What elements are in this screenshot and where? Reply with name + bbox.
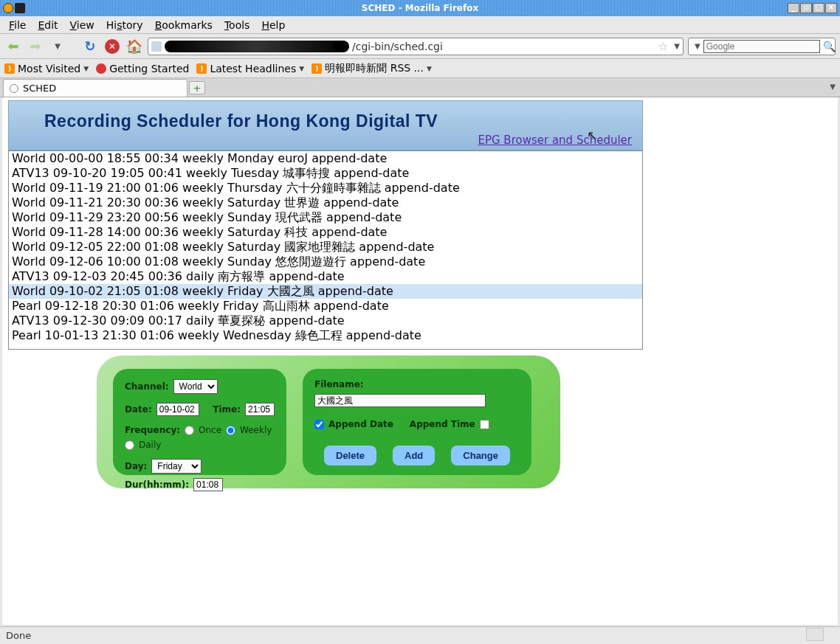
chevron-down-icon: ▼ — [83, 65, 89, 72]
app-icon — [15, 3, 25, 13]
schedule-row[interactable]: Pearl 09-12-18 20:30 01:06 weekly Friday… — [9, 299, 642, 314]
menu-bookmarks[interactable]: Bookmarks — [151, 18, 217, 32]
bookmark-label: 明報即時新聞 RSS ... — [325, 62, 424, 75]
bookmark-item-0[interactable]: )Most Visited▼ — [4, 63, 89, 75]
epg-browser-link[interactable]: EPG Browser and Scheduler — [478, 134, 632, 147]
day-select[interactable]: Friday — [151, 459, 202, 474]
page-banner: Recording Scheduler for Hong Kong Digita… — [8, 100, 643, 150]
duration-input[interactable] — [193, 478, 223, 491]
page-content: Recording Scheduler for Hong Kong Digita… — [2, 97, 838, 625]
chevron-down-icon: ▼ — [299, 65, 304, 72]
append-time-checkbox[interactable] — [480, 420, 489, 429]
minimize-button[interactable]: _ — [788, 3, 799, 13]
rss-icon: ) — [311, 63, 322, 74]
menu-bar: File Edit View History Bookmarks Tools H… — [0, 16, 840, 34]
rss-icon: ) — [4, 63, 15, 74]
form-left-panel: Channel: World Date: Time: Frequency: On… — [113, 369, 286, 475]
filename-label: Filename: — [314, 379, 364, 389]
change-button[interactable]: Change — [451, 446, 510, 465]
navigation-toolbar: ⬅ ➡ ▼ ↻ ✕ 🏠 /cgi-bin/sched.cgi ☆ ▼ ▼ 🔍 — [0, 34, 840, 59]
append-date-label: Append Date — [328, 419, 393, 429]
schedule-row[interactable]: ATV13 09-10-20 19:05 00:41 weekly Tuesda… — [9, 166, 642, 181]
schedule-row[interactable]: World 09-11-21 20:30 00:36 weekly Saturd… — [9, 195, 642, 210]
menu-history[interactable]: History — [102, 18, 148, 32]
bookmark-label: Most Visited — [18, 63, 80, 75]
add-button[interactable]: Add — [393, 446, 435, 465]
tab-label: SCHED — [23, 83, 56, 94]
maximize-button[interactable]: □ — [813, 3, 824, 13]
close-button[interactable]: × — [825, 3, 837, 13]
bookmarks-toolbar: )Most Visited▼Getting Started)Latest Hea… — [0, 59, 840, 78]
search-icon[interactable]: 🔍 — [823, 41, 836, 52]
url-text: /cgi-bin/sched.cgi — [352, 41, 443, 52]
filename-input[interactable] — [314, 394, 486, 407]
schedule-row[interactable]: ATV13 09-12-30 09:09 00:17 daily 華夏探秘 ap… — [9, 314, 642, 328]
forward-button[interactable]: ➡ — [27, 38, 44, 55]
channel-select[interactable]: World — [173, 379, 218, 394]
new-tab-button[interactable]: + — [189, 81, 205, 94]
day-label: Day: — [125, 461, 147, 471]
tab-list-dropdown[interactable]: ▼ — [830, 83, 836, 91]
url-bar[interactable]: /cgi-bin/sched.cgi ☆ ▼ — [148, 38, 684, 55]
back-button[interactable]: ⬅ — [4, 38, 22, 55]
site-favicon — [151, 41, 162, 52]
schedule-row[interactable]: Pearl 10-01-13 21:30 01:06 weekly Wednes… — [9, 328, 642, 343]
tab-favicon — [10, 84, 18, 93]
time-input[interactable] — [245, 403, 275, 416]
freq-daily-label: Daily — [139, 440, 161, 450]
schedule-row[interactable]: ATV13 09-12-03 20:45 00:36 daily 南方報導 ap… — [9, 269, 642, 284]
freq-once-label: Once — [199, 425, 221, 435]
schedule-list[interactable]: World 00-00-00 18:55 00:34 weekly Monday… — [8, 150, 643, 350]
schedule-row[interactable]: World 09-11-19 21:00 01:06 weekly Thursd… — [9, 181, 642, 195]
date-label: Date: — [125, 404, 152, 415]
firefox-icon — [3, 3, 13, 13]
bookmark-item-1[interactable]: Getting Started — [96, 63, 189, 75]
search-box[interactable]: ▼ 🔍 — [688, 38, 836, 55]
form-right-panel: Filename: Append Date Append Time Delete… — [303, 369, 531, 475]
schedule-row[interactable]: World 00-00-00 18:55 00:34 weekly Monday… — [9, 151, 642, 166]
freq-weekly-label: Weekly — [240, 425, 272, 435]
schedule-row[interactable]: World 09-10-02 21:05 01:08 weekly Friday… — [9, 284, 642, 299]
url-redacted — [165, 41, 349, 52]
restore-button[interactable]: ▫ — [800, 3, 812, 13]
tab-strip: SCHED + ▼ — [0, 78, 840, 97]
frequency-label: Frequency: — [125, 425, 180, 435]
schedule-row[interactable]: World 09-12-05 22:00 01:08 weekly Saturd… — [9, 240, 642, 255]
home-button[interactable]: 🏠 — [125, 38, 143, 55]
schedule-row[interactable]: World 09-11-29 23:20 00:56 weekly Sunday… — [9, 210, 642, 225]
bookmark-item-2[interactable]: )Latest Headlines▼ — [196, 63, 304, 75]
rss-icon: ) — [196, 63, 207, 74]
status-icon — [806, 628, 824, 641]
schedule-row[interactable]: World 09-11-28 14:00 00:36 weekly Saturd… — [9, 225, 642, 240]
menu-view[interactable]: View — [66, 18, 99, 32]
schedule-row[interactable]: World 09-12-06 10:00 01:08 weekly Sunday… — [9, 255, 642, 269]
search-engine-dropdown[interactable]: ▼ — [695, 42, 700, 50]
page-title: Recording Scheduler for Hong Kong Digita… — [44, 111, 438, 131]
reload-button[interactable]: ↻ — [81, 38, 99, 55]
bookmark-icon — [96, 63, 106, 74]
history-dropdown[interactable]: ▼ — [49, 38, 66, 55]
date-input[interactable] — [156, 403, 199, 416]
status-text: Done — [6, 630, 31, 641]
append-date-checkbox[interactable] — [314, 420, 324, 429]
menu-help[interactable]: Help — [257, 18, 289, 32]
url-dropdown-icon[interactable]: ▼ — [674, 42, 680, 50]
bookmark-star-icon[interactable]: ☆ — [658, 39, 668, 53]
duration-label: Dur(hh:mm): — [125, 479, 189, 490]
menu-edit[interactable]: Edit — [33, 18, 62, 32]
window-titlebar: SCHED - Mozilla Firefox _ ▫ □ × — [0, 0, 840, 16]
status-bar: Done — [0, 626, 840, 644]
freq-daily-radio[interactable] — [125, 440, 134, 450]
tab-sched[interactable]: SCHED — [3, 79, 187, 97]
delete-button[interactable]: Delete — [324, 446, 376, 465]
channel-label: Channel: — [125, 381, 169, 392]
bookmark-item-3[interactable]: )明報即時新聞 RSS ...▼ — [311, 62, 432, 75]
menu-tools[interactable]: Tools — [220, 18, 255, 32]
freq-weekly-radio[interactable] — [226, 426, 235, 435]
stop-button[interactable]: ✕ — [103, 38, 121, 55]
freq-once-radio[interactable] — [185, 426, 194, 435]
menu-file[interactable]: File — [4, 18, 30, 32]
time-label: Time: — [213, 404, 241, 415]
chevron-down-icon: ▼ — [427, 65, 432, 72]
search-input[interactable] — [703, 40, 820, 53]
